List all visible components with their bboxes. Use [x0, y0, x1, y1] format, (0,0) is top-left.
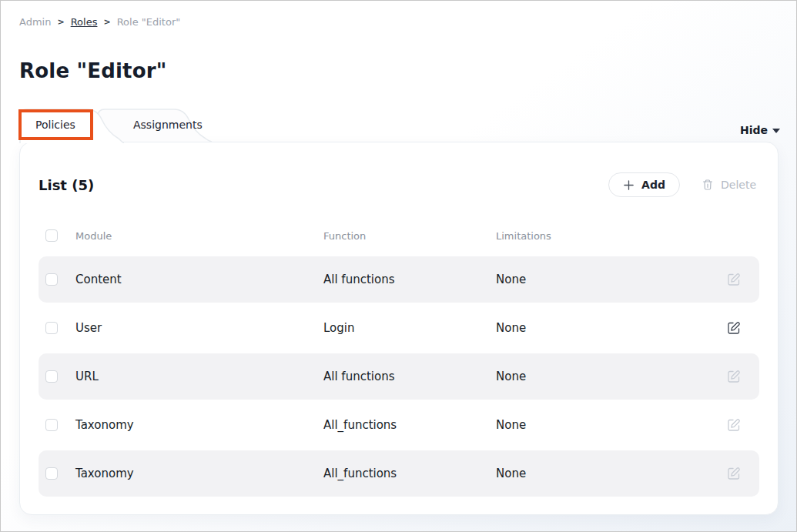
row-checkbox[interactable]: [45, 273, 58, 286]
cell-module: Taxonomy: [69, 418, 317, 432]
plus-icon: [623, 179, 635, 191]
hide-toggle-label: Hide: [740, 124, 768, 136]
table-row: Taxonomy All_functions None: [39, 450, 759, 497]
cell-limitations: None: [490, 273, 716, 286]
cell-limitations: None: [490, 418, 716, 432]
add-button[interactable]: Add: [608, 172, 680, 197]
select-all-checkbox[interactable]: [45, 229, 58, 242]
tab-policies[interactable]: Policies: [19, 109, 124, 143]
trash-icon: [702, 179, 714, 191]
column-header-function: Function: [317, 230, 490, 242]
edit-icon[interactable]: [727, 370, 741, 383]
policies-panel: List (5) Add Delete: [19, 142, 779, 515]
breadcrumb: Admin > Roles > Role "Editor": [19, 16, 180, 28]
list-title: List (5): [39, 177, 94, 193]
table-row: Content All functions None: [39, 256, 759, 303]
cell-module: URL: [69, 370, 317, 383]
cell-function: Login: [317, 321, 490, 335]
cell-limitations: None: [490, 321, 716, 335]
hide-toggle[interactable]: Hide: [740, 124, 780, 136]
cell-module: Content: [69, 273, 317, 286]
cell-module: User: [69, 321, 317, 335]
column-header-module: Module: [69, 230, 317, 242]
table-row: URL All functions None: [39, 353, 759, 400]
breadcrumb-item-admin: Admin: [19, 16, 51, 28]
edit-icon[interactable]: [727, 321, 741, 335]
table-header-row: Module Function Limitations: [39, 224, 759, 247]
cell-function: All functions: [317, 273, 490, 286]
column-header-limitations: Limitations: [490, 230, 716, 242]
cell-function: All functions: [317, 370, 490, 383]
cell-limitations: None: [490, 370, 716, 383]
chevron-down-icon: [772, 129, 780, 133]
edit-icon[interactable]: [727, 418, 741, 432]
row-checkbox[interactable]: [45, 370, 58, 383]
edit-icon[interactable]: [727, 467, 741, 480]
edit-icon[interactable]: [727, 273, 741, 286]
row-checkbox[interactable]: [45, 419, 58, 431]
panel-header: List (5) Add Delete: [39, 169, 759, 201]
table-row: User Login None: [39, 305, 759, 351]
cell-limitations: None: [490, 467, 716, 480]
delete-button-label: Delete: [721, 179, 756, 191]
delete-button[interactable]: Delete: [698, 179, 759, 191]
cell-function: All_functions: [317, 418, 490, 432]
breadcrumb-item-roles[interactable]: Roles: [71, 16, 98, 28]
breadcrumb-item-current: Role "Editor": [117, 16, 181, 28]
add-button-label: Add: [641, 179, 665, 191]
toolbar: Add Delete: [608, 172, 759, 197]
row-checkbox[interactable]: [45, 467, 58, 480]
tab-policies-label: Policies: [19, 109, 124, 131]
cell-function: All_functions: [317, 467, 490, 480]
row-checkbox[interactable]: [45, 322, 58, 334]
page-title: Role "Editor": [19, 59, 167, 82]
table-row: Taxonomy All_functions None: [39, 402, 759, 448]
breadcrumb-separator: >: [57, 17, 64, 27]
cell-module: Taxonomy: [69, 467, 317, 480]
breadcrumb-separator: >: [103, 17, 110, 27]
